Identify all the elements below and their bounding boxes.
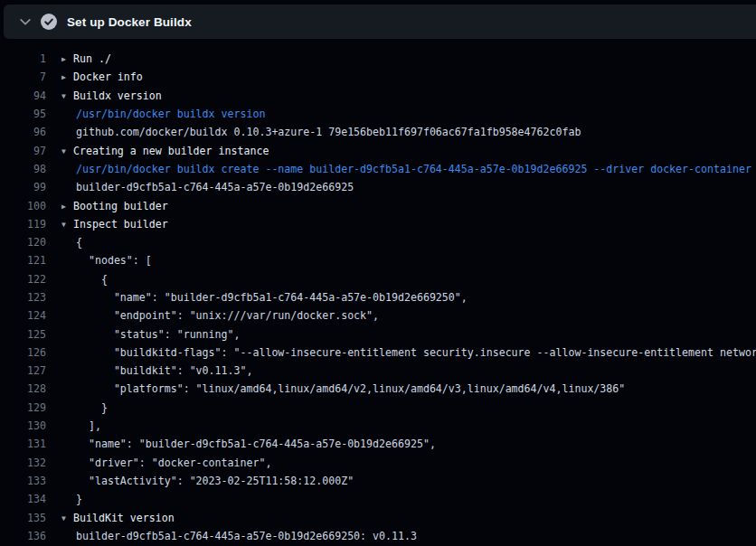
line-number[interactable]: 128 bbox=[0, 382, 46, 395]
line-number[interactable]: 136 bbox=[0, 530, 46, 542]
group-row-content: ▼BuildKit version bbox=[61, 512, 175, 524]
log-row: 123 "name": "builder-d9cfb5a1-c764-445a-… bbox=[0, 288, 756, 306]
line-number[interactable]: 120 bbox=[0, 236, 46, 249]
output-text: } bbox=[61, 401, 108, 414]
log-row: 98/usr/bin/docker buildx create --name b… bbox=[0, 160, 756, 178]
log-row[interactable]: 135▼BuildKit version bbox=[0, 508, 756, 526]
group-row-content: ▼Creating a new builder instance bbox=[61, 145, 269, 157]
group-title: Creating a new builder instance bbox=[73, 145, 269, 157]
line-number[interactable]: 129 bbox=[0, 401, 46, 414]
line-number[interactable]: 97 bbox=[0, 145, 46, 157]
output-text: "name": "builder-d9cfb5a1-c764-445a-a57e… bbox=[61, 438, 436, 450]
log-row: 99builder-d9cfb5a1-c764-445a-a57e-0b19d2… bbox=[0, 178, 756, 196]
log-row: 121 "nodes": [ bbox=[0, 251, 756, 269]
line-number[interactable]: 123 bbox=[0, 291, 46, 304]
output-text: "buildkit": "v0.11.3", bbox=[61, 364, 252, 377]
group-row-content: ▼Inspect builder bbox=[61, 218, 168, 231]
line-number[interactable]: 130 bbox=[0, 419, 46, 432]
output-text: github.com/docker/buildx 0.10.3+azure-1 … bbox=[61, 126, 581, 138]
output-text: } bbox=[61, 493, 82, 505]
chevron-down-icon[interactable] bbox=[19, 15, 32, 28]
output-text: "status": "running", bbox=[61, 328, 240, 341]
log-row[interactable]: 119▼Inspect builder bbox=[0, 215, 756, 233]
log-row[interactable]: 94▼Buildx version bbox=[0, 87, 756, 105]
line-number[interactable]: 94 bbox=[0, 89, 46, 102]
log-row: 133 "lastActivity": "2023-02-25T11:58:12… bbox=[0, 472, 756, 490]
log-row: 131 "name": "builder-d9cfb5a1-c764-445a-… bbox=[0, 435, 756, 453]
line-number[interactable]: 135 bbox=[0, 512, 46, 524]
line-number[interactable]: 119 bbox=[0, 218, 46, 231]
line-number[interactable]: 134 bbox=[0, 493, 46, 505]
log-row: 130 ], bbox=[0, 417, 756, 435]
command-text: /usr/bin/docker buildx version bbox=[61, 108, 265, 120]
group-title: Run ./ bbox=[73, 52, 111, 65]
line-number[interactable]: 96 bbox=[0, 126, 46, 138]
check-circle-icon bbox=[41, 14, 57, 30]
output-text: builder-d9cfb5a1-c764-445a-a57e-0b19d2e6… bbox=[61, 181, 354, 193]
log-row: 124 "endpoint": "unix:///var/run/docker.… bbox=[0, 306, 756, 325]
log-row: 136builder-d9cfb5a1-c764-445a-a57e-0b19d… bbox=[0, 527, 756, 545]
collapse-triangle-icon[interactable]: ▼ bbox=[61, 514, 73, 522]
group-title: Inspect builder bbox=[73, 218, 168, 231]
output-text: "platforms": "linux/amd64,linux/amd64/v2… bbox=[61, 382, 625, 395]
group-title: BuildKit version bbox=[73, 512, 175, 524]
line-number[interactable]: 133 bbox=[0, 475, 46, 487]
log-row: 122 { bbox=[0, 270, 756, 288]
line-number[interactable]: 100 bbox=[0, 200, 46, 212]
collapse-triangle-icon[interactable]: ▼ bbox=[61, 92, 73, 100]
command-text: /usr/bin/docker buildx create --name bui… bbox=[61, 163, 751, 175]
group-row-content: ▶Run ./ bbox=[61, 52, 111, 65]
collapse-triangle-icon[interactable]: ▼ bbox=[61, 147, 73, 155]
expand-triangle-icon[interactable]: ▶ bbox=[61, 202, 73, 211]
log-row[interactable]: 1▶Run ./ bbox=[0, 50, 756, 68]
expand-triangle-icon[interactable]: ▶ bbox=[61, 55, 73, 63]
log-row: 125 "status": "running", bbox=[0, 325, 756, 343]
log-row: 127 "buildkit": "v0.11.3", bbox=[0, 362, 756, 380]
line-number[interactable]: 122 bbox=[0, 273, 46, 286]
log-row: 129 } bbox=[0, 399, 756, 417]
output-text: "nodes": [ bbox=[61, 254, 152, 267]
log-row[interactable]: 100▶Booting builder bbox=[0, 196, 756, 214]
expand-triangle-icon[interactable]: ▶ bbox=[61, 73, 73, 81]
step-header[interactable]: Set up Docker Buildx bbox=[4, 5, 756, 39]
log-row: 128 "platforms": "linux/amd64,linux/amd6… bbox=[0, 380, 756, 398]
output-text: "driver": "docker-container", bbox=[61, 457, 271, 469]
line-number[interactable]: 126 bbox=[0, 346, 46, 359]
line-number[interactable]: 124 bbox=[0, 309, 46, 322]
log-row: 120{ bbox=[0, 233, 756, 251]
log-row: 132 "driver": "docker-container", bbox=[0, 454, 756, 472]
output-text: "name": "builder-d9cfb5a1-c764-445a-a57e… bbox=[61, 291, 468, 304]
log-row: 126 "buildkitd-flags": "--allow-insecure… bbox=[0, 344, 756, 362]
output-text: "endpoint": "unix:///var/run/docker.sock… bbox=[61, 309, 379, 322]
output-text: builder-d9cfb5a1-c764-445a-a57e-0b19d2e6… bbox=[61, 530, 417, 542]
output-text: { bbox=[61, 236, 82, 249]
group-row-content: ▶Docker info bbox=[61, 71, 143, 83]
log-row: 134} bbox=[0, 490, 756, 508]
log-lines: 1▶Run ./7▶Docker info94▼Buildx version95… bbox=[0, 39, 756, 545]
line-number[interactable]: 127 bbox=[0, 364, 46, 377]
group-row-content: ▶Booting builder bbox=[61, 200, 168, 212]
log-row[interactable]: 7▶Docker info bbox=[0, 68, 756, 86]
line-number[interactable]: 132 bbox=[0, 457, 46, 469]
line-number[interactable]: 125 bbox=[0, 328, 46, 341]
output-text: { bbox=[61, 273, 108, 286]
group-title: Docker info bbox=[73, 71, 143, 83]
log-row[interactable]: 97▼Creating a new builder instance bbox=[0, 141, 756, 159]
line-number[interactable]: 121 bbox=[0, 254, 46, 267]
group-title: Buildx version bbox=[73, 89, 162, 102]
group-title: Booting builder bbox=[73, 200, 168, 212]
log-row: 96github.com/docker/buildx 0.10.3+azure-… bbox=[0, 123, 756, 141]
line-number[interactable]: 98 bbox=[0, 163, 46, 175]
output-text: "buildkitd-flags": "--allow-insecure-ent… bbox=[61, 346, 756, 359]
log-row: 95/usr/bin/docker buildx version bbox=[0, 105, 756, 123]
output-text: "lastActivity": "2023-02-25T11:58:12.000… bbox=[61, 475, 354, 487]
line-number[interactable]: 131 bbox=[0, 438, 46, 450]
collapse-triangle-icon[interactable]: ▼ bbox=[61, 221, 73, 229]
line-number[interactable]: 95 bbox=[0, 108, 46, 120]
line-number[interactable]: 99 bbox=[0, 181, 46, 193]
group-row-content: ▼Buildx version bbox=[61, 89, 162, 102]
line-number[interactable]: 1 bbox=[0, 52, 46, 65]
step-title: Set up Docker Buildx bbox=[67, 15, 192, 29]
line-number[interactable]: 7 bbox=[0, 71, 46, 83]
output-text: ], bbox=[61, 419, 101, 432]
